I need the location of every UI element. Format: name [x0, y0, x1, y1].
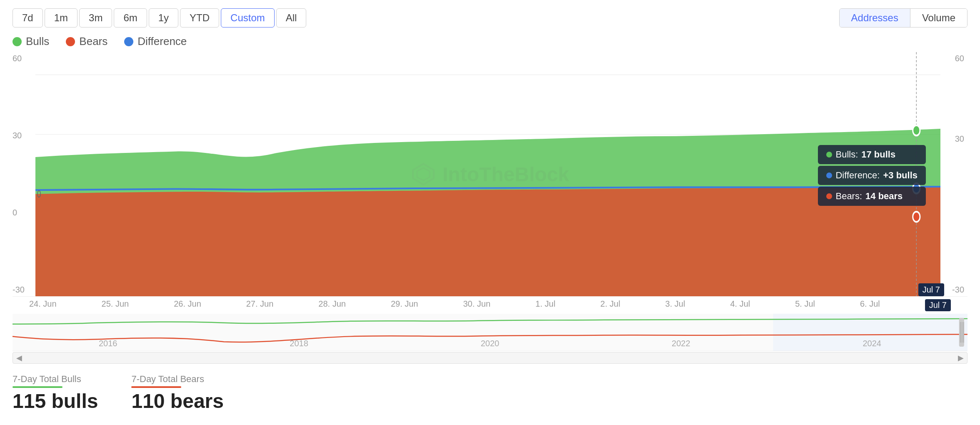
svg-text:0: 0	[37, 188, 41, 200]
scroll-right-arrow[interactable]: ▶	[958, 353, 964, 362]
btn-3m[interactable]: 3m	[79, 8, 112, 28]
x-label-7: 1. Jul	[535, 299, 555, 311]
stat-bears-value: 110 bears	[131, 390, 224, 412]
legend-bears: Bears	[66, 35, 108, 48]
btn-volume[interactable]: Volume	[910, 9, 967, 27]
tooltip-bears: Bears: 14 bears	[818, 187, 926, 206]
stat-bears: 7-Day Total Bears 110 bears	[131, 374, 224, 412]
btn-ytd[interactable]: YTD	[180, 8, 219, 28]
chart-wrapper: IntoTheBlock 60 30 0 -30 60 30 -30	[12, 52, 968, 417]
y-label-30: 30	[12, 131, 28, 140]
mini-chart-svg	[12, 314, 968, 351]
x-label-3: 27. Jun	[246, 299, 274, 311]
btn-6m[interactable]: 6m	[114, 8, 147, 28]
x-label-10: 4. Jul	[730, 299, 750, 311]
tooltip-bears-value: 14 bears	[865, 191, 902, 202]
y-label-0: 0	[12, 208, 28, 218]
svg-point-8	[913, 125, 920, 136]
scrollbar[interactable]: ◀ ▶	[12, 352, 968, 364]
x-label-1: 25. Jun	[102, 299, 129, 311]
legend-bulls: Bulls	[12, 35, 49, 48]
main-chart[interactable]: IntoTheBlock 60 30 0 -30 60 30 -30	[12, 52, 968, 297]
x-axis-labels: 24. Jun 25. Jun 26. Jun 27. Jun 28. Jun …	[12, 297, 968, 311]
tooltip-bears-label: Bears:	[835, 191, 862, 202]
stat-bears-label: 7-Day Total Bears	[131, 374, 224, 385]
tooltip-bears-dot	[826, 193, 832, 199]
tooltip-bulls: Bulls: 17 bulls	[818, 145, 926, 164]
legend-difference: Difference	[124, 35, 187, 48]
legend-bears-label: Bears	[79, 35, 108, 48]
time-period-buttons: 7d 1m 3m 6m 1y YTD Custom All	[12, 8, 306, 28]
y-label-right-60: 60	[952, 54, 968, 63]
main-container: 7d 1m 3m 6m 1y YTD Custom All Addresses …	[0, 0, 980, 425]
scroll-left-arrow[interactable]: ◀	[16, 353, 22, 362]
stat-bulls-value: 115 bulls	[12, 390, 98, 412]
btn-all[interactable]: All	[276, 8, 307, 28]
tooltip-bulls-value: 17 bulls	[861, 149, 895, 160]
x-label-6: 30. Jun	[463, 299, 490, 311]
y-label-neg30: -30	[12, 285, 28, 295]
stat-bulls: 7-Day Total Bulls 115 bulls	[12, 374, 98, 412]
btn-7d[interactable]: 7d	[12, 8, 43, 28]
x-label-12: 6. Jul	[860, 299, 880, 311]
difference-dot	[124, 37, 133, 46]
main-chart-svg: 0	[35, 52, 940, 296]
btn-custom[interactable]: Custom	[221, 8, 275, 28]
svg-rect-13	[959, 318, 964, 347]
x-label-4: 28. Jun	[318, 299, 346, 311]
x-label-9: 3. Jul	[665, 299, 685, 311]
x-label-13: Jul 7	[925, 299, 951, 311]
active-date-label: Jul 7	[918, 283, 944, 296]
y-label-right-30: 30	[952, 134, 968, 144]
bulls-dot	[12, 37, 22, 46]
chart-tooltip: Bulls: 17 bulls Difference: +3 bulls Bea…	[818, 145, 926, 206]
bears-dot	[66, 37, 75, 46]
btn-1y[interactable]: 1y	[149, 8, 178, 28]
x-label-8: 2. Jul	[600, 299, 620, 311]
x-label-11: 5. Jul	[795, 299, 815, 311]
tooltip-diff-label: Difference:	[835, 170, 880, 181]
btn-1m[interactable]: 1m	[45, 8, 78, 28]
chart-legend: Bulls Bears Difference	[12, 35, 968, 48]
tooltip-difference: Difference: +3 bulls	[818, 166, 926, 185]
tooltip-diff-value: +3 bulls	[883, 170, 918, 181]
y-label-right-neg30: -30	[952, 285, 968, 295]
btn-addresses[interactable]: Addresses	[840, 9, 910, 27]
legend-bulls-label: Bulls	[26, 35, 49, 48]
legend-difference-label: Difference	[138, 35, 187, 48]
tooltip-bulls-dot	[826, 152, 832, 158]
tooltip-diff-dot	[826, 172, 832, 178]
view-toggle: Addresses Volume	[839, 8, 968, 28]
svg-point-10	[913, 212, 920, 222]
mini-chart[interactable]: 2016 2018 2020 2022 2024	[12, 314, 968, 351]
x-label-0: 24. Jun	[29, 299, 57, 311]
stat-bulls-underline	[12, 386, 62, 388]
stats-row: 7-Day Total Bulls 115 bulls 7-Day Total …	[12, 364, 968, 417]
stat-bears-underline	[131, 386, 181, 388]
tooltip-bulls-label: Bulls:	[835, 149, 858, 160]
stat-bulls-label: 7-Day Total Bulls	[12, 374, 98, 385]
y-label-60: 60	[12, 54, 28, 63]
x-label-2: 26. Jun	[174, 299, 201, 311]
x-label-5: 29. Jun	[391, 299, 418, 311]
toolbar: 7d 1m 3m 6m 1y YTD Custom All Addresses …	[12, 8, 968, 28]
